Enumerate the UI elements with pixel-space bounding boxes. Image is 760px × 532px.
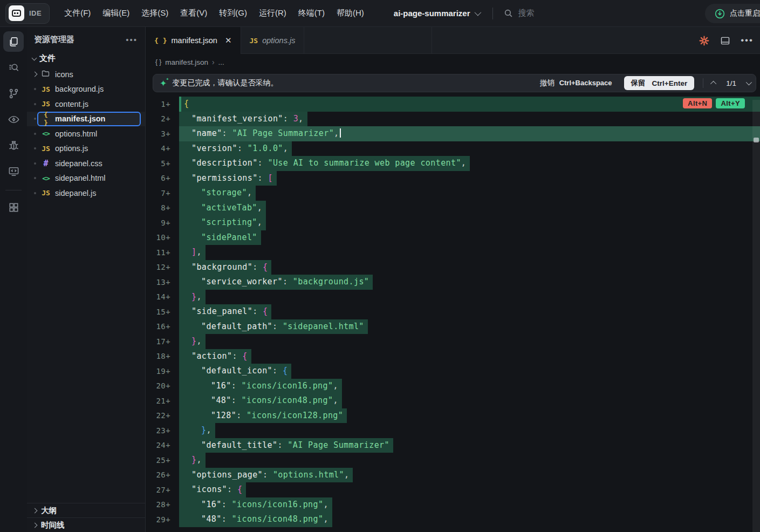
menu-item[interactable]: 帮助(H): [331, 5, 370, 22]
code-line[interactable]: 25+},: [146, 453, 760, 468]
keep-button[interactable]: 保留 Ctrl+Enter: [624, 76, 695, 90]
editor-scrollbar[interactable]: [752, 100, 760, 532]
global-search[interactable]: 搜索: [504, 8, 535, 18]
activity-watch-icon[interactable]: [3, 109, 24, 129]
previous-change-icon[interactable]: [710, 81, 716, 87]
code-line[interactable]: 23+},: [146, 423, 760, 438]
file-item-background-js[interactable]: JSbackground.js: [27, 82, 145, 97]
token: :: [231, 381, 242, 391]
accept-badge[interactable]: Alt+Y: [716, 98, 745, 108]
project-selector[interactable]: ai-page-summarizer: [394, 9, 480, 18]
menu-item[interactable]: 转到(G): [213, 5, 253, 22]
file-item-sidepanel-css[interactable]: #sidepanel.css: [27, 156, 145, 171]
file-item-sidepanel-html[interactable]: <>sidepanel.html: [27, 171, 145, 186]
split-editor-icon[interactable]: [720, 35, 731, 46]
code-line[interactable]: 20+"16": "icons/icon16.png",: [146, 379, 760, 394]
token: ,: [333, 381, 338, 391]
activity-explorer-icon[interactable]: [3, 31, 24, 52]
line-number: 6+: [146, 174, 179, 182]
breadcrumb-rest: ...: [218, 58, 224, 66]
code-line[interactable]: 28+"16": "icons/icon16.png",: [146, 497, 760, 513]
activity-source-control-icon[interactable]: [3, 83, 24, 104]
code-line[interactable]: 7+"storage",: [146, 186, 760, 201]
chevron-right-icon: [32, 522, 38, 528]
code-line[interactable]: 8+"activeTab",: [146, 201, 760, 216]
restart-to-update-button[interactable]: 点击重启以更新: [705, 4, 760, 23]
ai-assistant-icon[interactable]: [699, 35, 710, 46]
token: :: [232, 351, 242, 361]
breadcrumb-file: manifest.json: [165, 58, 208, 66]
line-number: 15+: [146, 308, 179, 316]
breadcrumb[interactable]: { } manifest.json › ...: [146, 54, 760, 70]
next-change-icon[interactable]: [746, 79, 752, 85]
js-file-icon: JS: [40, 145, 52, 153]
code-line[interactable]: 13+"service_worker": "background.js": [146, 275, 760, 290]
file-item-options-js[interactable]: JSoptions.js: [27, 141, 145, 156]
code-line[interactable]: 9+"scripting",: [146, 215, 760, 230]
file-item-options-html[interactable]: <>options.html: [27, 126, 145, 141]
token: "icons": [191, 485, 227, 494]
file-item-content-js[interactable]: JScontent.js: [27, 97, 145, 112]
file-item-sidepanel-js[interactable]: JSsidepanel.js: [27, 186, 145, 201]
app-logo[interactable]: IDE: [5, 3, 50, 24]
close-icon[interactable]: ✕: [225, 36, 232, 45]
tab-options-js[interactable]: JS options.js: [241, 27, 305, 54]
code-line[interactable]: 2+"manifest_version": 3,: [146, 112, 760, 127]
code-line[interactable]: 5+"description": "Use AI to summarize we…: [146, 156, 760, 171]
code-line[interactable]: 6+"permissions": [: [146, 171, 760, 186]
menu-item[interactable]: 编辑(E): [97, 5, 135, 22]
menu-item[interactable]: 终端(T): [292, 5, 331, 22]
reject-badge[interactable]: Alt+N: [683, 98, 712, 108]
activity-remote-window-icon[interactable]: [3, 161, 24, 181]
code-line[interactable]: 4+"version": "1.0.0",: [146, 141, 760, 156]
token: :: [231, 395, 242, 405]
code-line[interactable]: 21+"48": "icons/icon48.png",: [146, 393, 760, 408]
activity-extensions-icon[interactable]: [3, 197, 24, 217]
code-line[interactable]: 3+"name": "AI Page Summarizer",: [146, 126, 760, 141]
menu-item[interactable]: 选择(S): [135, 5, 174, 22]
code-line[interactable]: 17+},: [146, 334, 760, 349]
files-section-header[interactable]: 文件: [27, 50, 145, 67]
tab-manifest-json[interactable]: { } manifest.json ✕: [146, 27, 241, 54]
code-line[interactable]: 1+{Alt+NAlt+Y: [146, 97, 760, 112]
code-editor[interactable]: 1+{Alt+NAlt+Y2+"manifest_version": 3,3+"…: [146, 97, 760, 527]
token: "sidePanel": [201, 233, 257, 242]
token: :: [227, 485, 237, 494]
activity-debug-icon[interactable]: [3, 135, 24, 155]
code-line[interactable]: 15+"side_panel": {: [146, 304, 760, 319]
token: "AI Page Summarizer": [232, 128, 334, 138]
editor-more-icon[interactable]: •••: [741, 39, 754, 42]
line-number: 20+: [146, 381, 179, 390]
activity-search-icon[interactable]: [3, 57, 24, 78]
sidebar-section-timeline[interactable]: 时间线: [27, 517, 145, 532]
line-number: 4+: [146, 144, 179, 153]
line-number: 21+: [146, 397, 179, 405]
code-line[interactable]: 19+"default_icon": {: [146, 364, 760, 379]
file-item-icons[interactable]: icons: [27, 67, 145, 82]
code-line[interactable]: 24+"default_title": "AI Page Summarizer": [146, 438, 760, 453]
token: "icons/icon48.png": [232, 514, 324, 524]
menu-item[interactable]: 运行(R): [253, 5, 292, 22]
code-line[interactable]: 14+},: [146, 290, 760, 305]
code-line[interactable]: 11+],: [146, 245, 760, 260]
token: "default_icon": [201, 366, 272, 376]
code-line[interactable]: 22+"128": "icons/icon128.png": [146, 408, 760, 424]
code-line[interactable]: 18+"action": {: [146, 349, 760, 364]
menu-item[interactable]: 查看(V): [174, 5, 213, 22]
code-line[interactable]: 16+"default_path": "sidepanel.html": [146, 319, 760, 335]
code-line[interactable]: 10+"sidePanel": [146, 230, 760, 245]
code-line[interactable]: 29+"48": "icons/icon48.png",: [146, 512, 760, 527]
menu-item[interactable]: 文件(F): [58, 5, 97, 22]
scrollbar-thumb[interactable]: [754, 138, 759, 142]
code-line[interactable]: 27+"icons": {: [146, 482, 760, 497]
diff-added-highlight: "16": "icons/icon16.png",: [179, 379, 342, 394]
undo-button[interactable]: 撤销 Ctrl+Backspace: [540, 78, 612, 88]
diff-added-highlight: "permissions": [: [179, 171, 277, 186]
code-line[interactable]: 12+"background": {: [146, 260, 760, 275]
js-file-icon: JS: [40, 85, 52, 93]
explorer-more-icon[interactable]: •••: [126, 38, 138, 42]
code-line[interactable]: 26+"options_page": "options.html",: [146, 468, 760, 483]
token: {: [242, 351, 247, 361]
sidebar-section-outline[interactable]: 大纲: [27, 503, 145, 517]
file-item-manifest-json[interactable]: { }manifest.json: [27, 112, 145, 127]
